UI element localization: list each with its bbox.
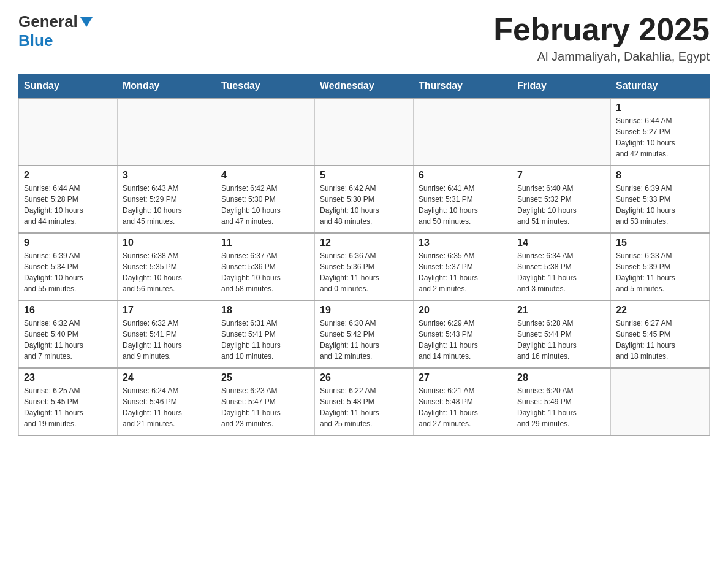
day-number: 22 (616, 305, 704, 316)
page-header: General Blue February 2025 Al Jammaliyah… (18, 12, 710, 64)
calendar-cell: 13Sunrise: 6:35 AM Sunset: 5:37 PM Dayli… (414, 233, 512, 301)
calendar-cell: 24Sunrise: 6:24 AM Sunset: 5:46 PM Dayli… (118, 368, 216, 435)
day-number: 21 (517, 305, 605, 316)
day-info: Sunrise: 6:32 AM Sunset: 5:40 PM Dayligh… (24, 318, 112, 362)
calendar-cell: 14Sunrise: 6:34 AM Sunset: 5:38 PM Dayli… (512, 233, 611, 301)
calendar-week-3: 9Sunrise: 6:39 AM Sunset: 5:34 PM Daylig… (19, 233, 710, 301)
day-number: 5 (320, 170, 408, 181)
logo-blue-text: Blue (18, 31, 53, 50)
calendar-week-4: 16Sunrise: 6:32 AM Sunset: 5:40 PM Dayli… (19, 301, 710, 368)
calendar-cell: 11Sunrise: 6:37 AM Sunset: 5:36 PM Dayli… (216, 233, 315, 301)
calendar-cell: 23Sunrise: 6:25 AM Sunset: 5:45 PM Dayli… (19, 368, 118, 435)
calendar-cell (414, 98, 512, 166)
calendar-cell: 1Sunrise: 6:44 AM Sunset: 5:27 PM Daylig… (611, 98, 710, 166)
day-number: 14 (517, 237, 605, 248)
calendar-cell: 28Sunrise: 6:20 AM Sunset: 5:49 PM Dayli… (512, 368, 611, 435)
day-number: 24 (123, 372, 211, 383)
calendar-cell: 4Sunrise: 6:42 AM Sunset: 5:30 PM Daylig… (216, 166, 315, 233)
day-info: Sunrise: 6:44 AM Sunset: 5:27 PM Dayligh… (616, 115, 704, 159)
day-number: 25 (221, 372, 309, 383)
weekday-header-wednesday: Wednesday (315, 74, 414, 99)
calendar-cell: 8Sunrise: 6:39 AM Sunset: 5:33 PM Daylig… (611, 166, 710, 233)
day-number: 9 (24, 237, 112, 248)
location-subtitle: Al Jammaliyah, Dakahlia, Egypt (493, 50, 710, 64)
day-info: Sunrise: 6:25 AM Sunset: 5:45 PM Dayligh… (24, 385, 112, 429)
weekday-header-row: SundayMondayTuesdayWednesdayThursdayFrid… (19, 74, 710, 99)
calendar-cell: 19Sunrise: 6:30 AM Sunset: 5:42 PM Dayli… (315, 301, 414, 368)
day-info: Sunrise: 6:36 AM Sunset: 5:36 PM Dayligh… (320, 250, 408, 294)
day-info: Sunrise: 6:41 AM Sunset: 5:31 PM Dayligh… (419, 183, 507, 227)
day-number: 18 (221, 305, 309, 316)
calendar-cell: 16Sunrise: 6:32 AM Sunset: 5:40 PM Dayli… (19, 301, 118, 368)
title-area: February 2025 Al Jammaliyah, Dakahlia, E… (493, 12, 710, 64)
day-number: 8 (616, 170, 704, 181)
day-number: 15 (616, 237, 704, 248)
day-info: Sunrise: 6:33 AM Sunset: 5:39 PM Dayligh… (616, 250, 704, 294)
calendar-cell (611, 368, 710, 435)
day-info: Sunrise: 6:27 AM Sunset: 5:45 PM Dayligh… (616, 318, 704, 362)
day-number: 28 (517, 372, 605, 383)
day-number: 27 (419, 372, 507, 383)
calendar-cell: 2Sunrise: 6:44 AM Sunset: 5:28 PM Daylig… (19, 166, 118, 233)
calendar-cell (512, 98, 611, 166)
svg-marker-0 (80, 17, 93, 27)
weekday-header-saturday: Saturday (611, 74, 710, 99)
day-number: 11 (221, 237, 309, 248)
day-number: 20 (419, 305, 507, 316)
calendar-week-1: 1Sunrise: 6:44 AM Sunset: 5:27 PM Daylig… (19, 98, 710, 166)
calendar-cell (118, 98, 216, 166)
day-number: 7 (517, 170, 605, 181)
calendar-cell: 25Sunrise: 6:23 AM Sunset: 5:47 PM Dayli… (216, 368, 315, 435)
calendar-cell: 15Sunrise: 6:33 AM Sunset: 5:39 PM Dayli… (611, 233, 710, 301)
day-number: 26 (320, 372, 408, 383)
weekday-header-tuesday: Tuesday (216, 74, 315, 99)
month-title: February 2025 (493, 12, 710, 47)
calendar-cell (19, 98, 118, 166)
logo-triangle-icon (80, 17, 93, 29)
day-info: Sunrise: 6:43 AM Sunset: 5:29 PM Dayligh… (123, 183, 211, 227)
calendar-cell: 6Sunrise: 6:41 AM Sunset: 5:31 PM Daylig… (414, 166, 512, 233)
calendar-cell: 5Sunrise: 6:42 AM Sunset: 5:30 PM Daylig… (315, 166, 414, 233)
day-number: 13 (419, 237, 507, 248)
calendar-cell: 12Sunrise: 6:36 AM Sunset: 5:36 PM Dayli… (315, 233, 414, 301)
day-info: Sunrise: 6:21 AM Sunset: 5:48 PM Dayligh… (419, 385, 507, 429)
weekday-header-sunday: Sunday (19, 74, 118, 99)
calendar-cell: 7Sunrise: 6:40 AM Sunset: 5:32 PM Daylig… (512, 166, 611, 233)
day-info: Sunrise: 6:44 AM Sunset: 5:28 PM Dayligh… (24, 183, 112, 227)
calendar-cell: 9Sunrise: 6:39 AM Sunset: 5:34 PM Daylig… (19, 233, 118, 301)
logo: General Blue (18, 12, 93, 50)
day-info: Sunrise: 6:42 AM Sunset: 5:30 PM Dayligh… (221, 183, 309, 227)
day-info: Sunrise: 6:30 AM Sunset: 5:42 PM Dayligh… (320, 318, 408, 362)
day-info: Sunrise: 6:40 AM Sunset: 5:32 PM Dayligh… (517, 183, 605, 227)
calendar-cell: 17Sunrise: 6:32 AM Sunset: 5:41 PM Dayli… (118, 301, 216, 368)
day-info: Sunrise: 6:32 AM Sunset: 5:41 PM Dayligh… (123, 318, 211, 362)
calendar-cell (216, 98, 315, 166)
calendar-week-2: 2Sunrise: 6:44 AM Sunset: 5:28 PM Daylig… (19, 166, 710, 233)
calendar-cell: 26Sunrise: 6:22 AM Sunset: 5:48 PM Dayli… (315, 368, 414, 435)
day-info: Sunrise: 6:23 AM Sunset: 5:47 PM Dayligh… (221, 385, 309, 429)
calendar-cell: 3Sunrise: 6:43 AM Sunset: 5:29 PM Daylig… (118, 166, 216, 233)
calendar-cell: 10Sunrise: 6:38 AM Sunset: 5:35 PM Dayli… (118, 233, 216, 301)
day-info: Sunrise: 6:34 AM Sunset: 5:38 PM Dayligh… (517, 250, 605, 294)
weekday-header-friday: Friday (512, 74, 611, 99)
day-info: Sunrise: 6:37 AM Sunset: 5:36 PM Dayligh… (221, 250, 309, 294)
calendar-cell: 18Sunrise: 6:31 AM Sunset: 5:41 PM Dayli… (216, 301, 315, 368)
day-number: 19 (320, 305, 408, 316)
day-number: 6 (419, 170, 507, 181)
calendar-cell: 21Sunrise: 6:28 AM Sunset: 5:44 PM Dayli… (512, 301, 611, 368)
day-number: 12 (320, 237, 408, 248)
day-number: 10 (123, 237, 211, 248)
day-number: 2 (24, 170, 112, 181)
day-info: Sunrise: 6:38 AM Sunset: 5:35 PM Dayligh… (123, 250, 211, 294)
day-info: Sunrise: 6:29 AM Sunset: 5:43 PM Dayligh… (419, 318, 507, 362)
calendar-cell: 27Sunrise: 6:21 AM Sunset: 5:48 PM Dayli… (414, 368, 512, 435)
day-info: Sunrise: 6:39 AM Sunset: 5:33 PM Dayligh… (616, 183, 704, 227)
day-number: 23 (24, 372, 112, 383)
day-number: 3 (123, 170, 211, 181)
weekday-header-monday: Monday (118, 74, 216, 99)
calendar-cell: 22Sunrise: 6:27 AM Sunset: 5:45 PM Dayli… (611, 301, 710, 368)
day-info: Sunrise: 6:31 AM Sunset: 5:41 PM Dayligh… (221, 318, 309, 362)
day-number: 17 (123, 305, 211, 316)
day-number: 1 (616, 102, 704, 113)
day-number: 16 (24, 305, 112, 316)
